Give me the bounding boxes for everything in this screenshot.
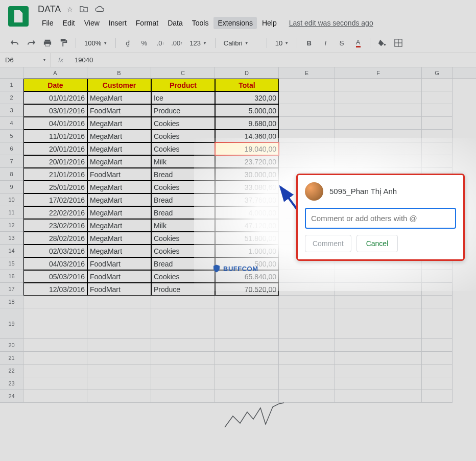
cell[interactable]	[335, 155, 422, 168]
cell[interactable]: Bread	[151, 206, 215, 219]
cell[interactable]: MegaMart	[87, 117, 151, 130]
cell[interactable]	[23, 339, 87, 352]
menu-insert[interactable]: Insert	[105, 17, 131, 29]
cell[interactable]	[335, 339, 422, 352]
row-header[interactable]: 21	[0, 352, 23, 365]
cell[interactable]	[215, 296, 279, 308]
cell[interactable]	[279, 79, 335, 91]
cell[interactable]	[151, 365, 215, 377]
cell[interactable]	[279, 130, 335, 142]
cell[interactable]	[87, 296, 151, 308]
cell[interactable]	[279, 155, 335, 168]
cell[interactable]: 11/01/2016	[23, 130, 87, 142]
comment-input[interactable]	[305, 208, 456, 229]
header-product[interactable]: Product	[151, 79, 215, 91]
cell[interactable]	[23, 352, 87, 365]
comment-cancel-button[interactable]: Cancel	[356, 235, 398, 252]
cell[interactable]	[335, 104, 422, 117]
cell[interactable]: Cookies	[151, 117, 215, 130]
cell[interactable]: MegaMart	[87, 232, 151, 245]
cell[interactable]: Cookies	[151, 142, 215, 155]
last-edit-link[interactable]: Last edit was seconds ago	[289, 19, 373, 27]
number-format-select[interactable]: 123▼	[186, 39, 210, 47]
zoom-select[interactable]: 100%▼	[81, 39, 110, 47]
cell[interactable]: FoodMart	[87, 104, 151, 117]
menu-view[interactable]: View	[80, 17, 104, 29]
cell[interactable]	[279, 117, 335, 130]
cell[interactable]: 04/03/2016	[23, 257, 87, 270]
cell[interactable]	[87, 377, 151, 390]
cell[interactable]	[215, 365, 279, 377]
cell[interactable]: FoodMart	[87, 283, 151, 296]
cell[interactable]	[335, 308, 422, 339]
bold-button[interactable]: B	[302, 36, 316, 50]
increase-decimal-button[interactable]: .00↑	[170, 36, 183, 50]
cell[interactable]	[87, 390, 151, 403]
cell[interactable]	[422, 270, 453, 283]
row-header[interactable]: 9	[0, 181, 23, 193]
row-header[interactable]: 19	[0, 308, 23, 339]
cell[interactable]	[215, 377, 279, 390]
sheets-logo[interactable]	[8, 6, 29, 27]
cell[interactable]: 04/01/2016	[23, 117, 87, 130]
cell[interactable]	[335, 390, 422, 403]
strike-button[interactable]: S	[335, 36, 348, 50]
cell[interactable]	[335, 130, 422, 142]
row-header[interactable]: 15	[0, 257, 23, 270]
row-header[interactable]: 17	[0, 283, 23, 296]
comment-submit-button[interactable]: Comment	[305, 235, 351, 252]
font-select[interactable]: Calibri▼	[221, 39, 261, 47]
font-size-select[interactable]: 10▼	[272, 39, 292, 47]
cell[interactable]	[279, 390, 335, 403]
cell[interactable]	[151, 390, 215, 403]
redo-button[interactable]	[25, 36, 38, 50]
cell[interactable]: Produce	[151, 104, 215, 117]
cell[interactable]	[215, 308, 279, 339]
cell[interactable]: 33.080,60	[215, 181, 279, 193]
col-header-a[interactable]: A	[23, 67, 87, 78]
move-folder-icon[interactable]	[79, 5, 88, 14]
menu-edit[interactable]: Edit	[59, 17, 79, 29]
cell[interactable]: 47.120,00	[215, 219, 279, 232]
print-button[interactable]	[41, 36, 54, 50]
cell[interactable]	[422, 104, 453, 117]
cell[interactable]	[215, 352, 279, 365]
cell[interactable]: MegaMart	[87, 91, 151, 104]
menu-extensions[interactable]: Extensions	[213, 17, 256, 29]
cell[interactable]	[279, 365, 335, 377]
cell[interactable]	[279, 296, 335, 308]
cell[interactable]: Cookies	[151, 245, 215, 257]
cell[interactable]	[422, 352, 453, 365]
cell[interactable]: Milk	[151, 155, 215, 168]
menu-help[interactable]: Help	[258, 17, 281, 29]
cell[interactable]: MegaMart	[87, 155, 151, 168]
cell[interactable]	[335, 283, 422, 296]
cell[interactable]	[422, 339, 453, 352]
row-header[interactable]: 24	[0, 390, 23, 403]
cell[interactable]	[422, 365, 453, 377]
cell[interactable]: 17/02/2016	[23, 193, 87, 206]
cell[interactable]	[422, 296, 453, 308]
cell[interactable]: 30.000,00	[215, 168, 279, 181]
cell[interactable]: Cookies	[151, 130, 215, 142]
cell[interactable]: 23.720,00	[215, 155, 279, 168]
cell[interactable]	[422, 142, 453, 155]
cell[interactable]	[279, 377, 335, 390]
cell[interactable]: 05/03/2016	[23, 270, 87, 283]
cell[interactable]: MegaMart	[87, 206, 151, 219]
cell[interactable]: MegaMart	[87, 219, 151, 232]
cell[interactable]	[215, 339, 279, 352]
cell[interactable]	[151, 296, 215, 308]
col-header-b[interactable]: B	[87, 67, 151, 78]
cell[interactable]	[23, 390, 87, 403]
select-all-corner[interactable]	[0, 67, 23, 78]
cell[interactable]	[151, 377, 215, 390]
cell[interactable]	[335, 79, 422, 91]
cell[interactable]: 320,00	[215, 91, 279, 104]
row-header[interactable]: 20	[0, 339, 23, 352]
cell[interactable]	[215, 390, 279, 403]
name-box[interactable]: D6▾	[0, 53, 51, 67]
cell[interactable]	[422, 390, 453, 403]
star-icon[interactable]: ☆	[67, 6, 73, 13]
row-header[interactable]: 22	[0, 365, 23, 377]
